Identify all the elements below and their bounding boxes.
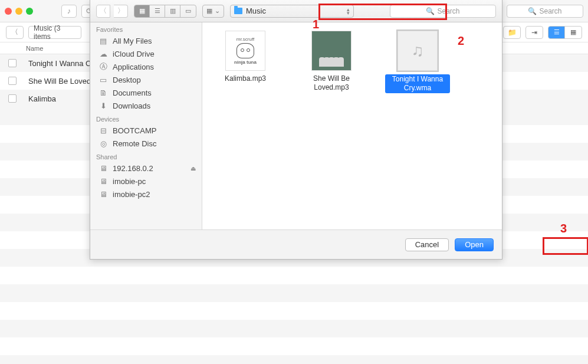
file-thumbnail: mr.scruff ninja tuna [225, 31, 265, 71]
cloud-icon: ☁ [98, 49, 108, 58]
computer-icon: 🖥 [98, 163, 108, 173]
music-note-icon: ♫ [412, 41, 424, 60]
file-label: Kalimba.mp3 [213, 74, 278, 83]
row-checkbox[interactable] [8, 59, 17, 67]
disc-icon: ◎ [98, 139, 108, 148]
export-icon[interactable]: ⇥ [525, 26, 543, 39]
open-file-dialog: 〈 〉 ▦ ☰ ▥ ▭ ▦ ⌄ Music ▴▾ 🔍 Search Favori… [90, 0, 502, 260]
open-button[interactable]: Open [455, 238, 494, 251]
grid-view-icon[interactable]: ▦ [565, 27, 582, 38]
shared-section-label: Shared [90, 150, 202, 162]
sidebar-item-applications[interactable]: ⒶApplications [90, 60, 202, 73]
sidebar-item-remote-disc[interactable]: ◎Remote Disc [90, 137, 202, 150]
zoom-window-icon[interactable] [26, 8, 33, 15]
location-label: Music [246, 6, 266, 15]
file-thumbnail [311, 31, 352, 71]
folder-icon [234, 8, 242, 14]
music-mode-icon[interactable]: ♪ [61, 5, 77, 18]
nav-forward-button[interactable]: 〉 [114, 5, 128, 18]
computer-icon: 🖥 [98, 176, 108, 186]
icon-view-icon[interactable]: ▦ [134, 5, 150, 17]
sidebar-item-desktop[interactable]: ▭Desktop [90, 73, 202, 86]
cancel-button[interactable]: Cancel [405, 238, 449, 251]
location-dropdown[interactable]: Music ▴▾ [230, 5, 354, 18]
sidebar-item-bootcamp[interactable]: ⊟BOOTCAMP [90, 124, 202, 137]
breadcrumb[interactable]: Music (3 items [28, 26, 81, 39]
disk-icon: ⊟ [98, 126, 108, 135]
row-checkbox[interactable] [8, 77, 17, 85]
annotation-number-3: 3 [560, 222, 567, 235]
list-view-icon[interactable]: ☰ [150, 5, 165, 17]
app-search-field[interactable]: 🔍 Search [507, 5, 583, 18]
applications-icon: Ⓐ [98, 62, 108, 71]
view-mode-segment[interactable]: ☰ ▦ [548, 26, 582, 39]
list-view-icon[interactable]: ☰ [548, 27, 565, 38]
sidebar-item-all-my-files[interactable]: ▤All My Files [90, 34, 202, 47]
downloads-icon: ⬇ [98, 101, 108, 110]
chevron-down-icon: ⌄ [215, 7, 220, 15]
file-item-kalimba[interactable]: mr.scruff ninja tuna Kalimba.mp3 [213, 31, 278, 83]
column-view-icon[interactable]: ▥ [165, 5, 180, 17]
dialog-footer: Cancel Open [90, 229, 502, 259]
dialog-search-field[interactable]: 🔍 Search [390, 5, 496, 18]
file-item-tonight-i-wanna-cry[interactable]: ♫ Tonight I Wanna Cry.wma [385, 31, 450, 93]
annotation-number-1: 1 [313, 18, 319, 31]
name-column-label: Name [26, 45, 43, 52]
nav-back-button[interactable]: 〈 [96, 5, 110, 18]
eject-icon[interactable]: ⏏ [190, 165, 196, 172]
sidebar-item-documents[interactable]: 🗎Documents [90, 86, 202, 99]
devices-section-label: Devices [90, 112, 202, 124]
file-browser-content[interactable]: mr.scruff ninja tuna Kalimba.mp3 She Wil… [202, 22, 502, 229]
favorites-section-label: Favorites [90, 22, 202, 34]
sidebar-item-icloud[interactable]: ☁iCloud Drive [90, 47, 202, 60]
folder-action-icon[interactable]: 📁 [503, 26, 521, 39]
sidebar-item-downloads[interactable]: ⬇Downloads [90, 99, 202, 112]
all-files-icon: ▤ [98, 36, 108, 45]
search-icon: 🔍 [528, 7, 537, 15]
close-window-icon[interactable] [5, 8, 12, 15]
file-label: Tonight I Wanna Cry.wma [385, 74, 450, 93]
view-segment[interactable]: ▦ ☰ ▥ ▭ [134, 5, 196, 18]
file-label: She Will Be Loved.mp3 [299, 74, 364, 92]
annotation-number-2: 2 [458, 34, 464, 48]
sidebar-item-shared-1[interactable]: 🖥192.168.0.2⏏ [90, 162, 202, 175]
traffic-lights [5, 8, 33, 15]
file-item-she-will-be-loved[interactable]: She Will Be Loved.mp3 [299, 31, 364, 92]
documents-icon: 🗎 [98, 88, 108, 97]
dialog-sidebar: Favorites ▤All My Files ☁iCloud Drive ⒶA… [90, 22, 202, 229]
updown-caret-icon: ▴▾ [347, 8, 350, 15]
sidebar-item-shared-2[interactable]: 🖥imobie-pc [90, 175, 202, 188]
row-checkbox[interactable] [8, 94, 17, 103]
coverflow-view-icon[interactable]: ▭ [180, 5, 196, 17]
minimize-window-icon[interactable] [15, 8, 22, 15]
computer-icon: 🖥 [98, 189, 108, 199]
desktop-icon: ▭ [98, 75, 108, 84]
back-button[interactable]: 〈 [6, 26, 24, 39]
arrange-dropdown[interactable]: ▦ ⌄ [202, 5, 224, 18]
dialog-toolbar: 〈 〉 ▦ ☰ ▥ ▭ ▦ ⌄ Music ▴▾ 🔍 Search [90, 0, 502, 22]
sidebar-item-shared-3[interactable]: 🖥imobie-pc2 [90, 188, 202, 201]
file-thumbnail: ♫ [398, 31, 438, 71]
search-icon: 🔍 [426, 7, 435, 15]
